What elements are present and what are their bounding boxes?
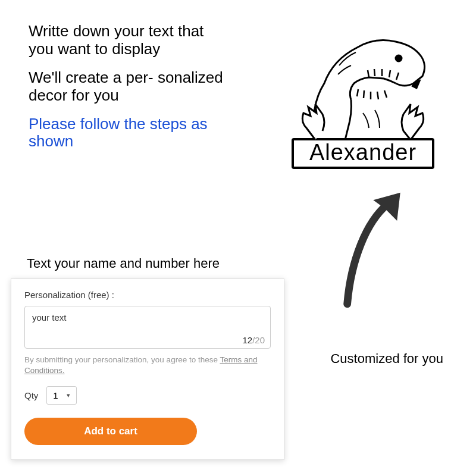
chevron-down-icon: ▾ (67, 392, 70, 399)
char-count-max: /20 (252, 335, 265, 345)
dinosaur-icon (280, 24, 446, 143)
arrow-icon (327, 190, 411, 309)
char-count-current: 12 (242, 335, 252, 345)
instruction-line-3: Please follow the steps as shown (29, 115, 231, 151)
product-preview: Alexander (280, 24, 446, 169)
instructions-block: Writte down your text that you want to d… (29, 23, 231, 161)
arrow-block (309, 190, 428, 309)
form-title: Text your name and number here (27, 256, 220, 271)
instruction-line-1: Writte down your text that you want to d… (29, 23, 231, 58)
personalization-label: Personalization (free) : (24, 290, 271, 300)
qty-value: 1 (53, 390, 58, 400)
customized-caption: Customized for you (330, 351, 443, 367)
personalization-input[interactable]: your text (24, 306, 271, 349)
terms-prefix: By submitting your personalization, you … (24, 355, 220, 364)
qty-select[interactable]: 1 ▾ (46, 386, 76, 405)
input-wrapper: your text 12/20 (24, 306, 271, 349)
svg-point-0 (396, 55, 402, 61)
nameplate-text: Alexander (292, 138, 434, 169)
personalization-form: Personalization (free) : your text 12/20… (11, 278, 284, 460)
qty-row: Qty 1 ▾ (24, 386, 271, 405)
add-to-cart-button[interactable]: Add to cart (24, 418, 197, 445)
instruction-line-2: We'll create a per- sonalized decor for … (29, 69, 231, 105)
char-counter: 12/20 (242, 335, 265, 345)
qty-label: Qty (24, 390, 38, 400)
terms-text: By submitting your personalization, you … (24, 355, 271, 375)
